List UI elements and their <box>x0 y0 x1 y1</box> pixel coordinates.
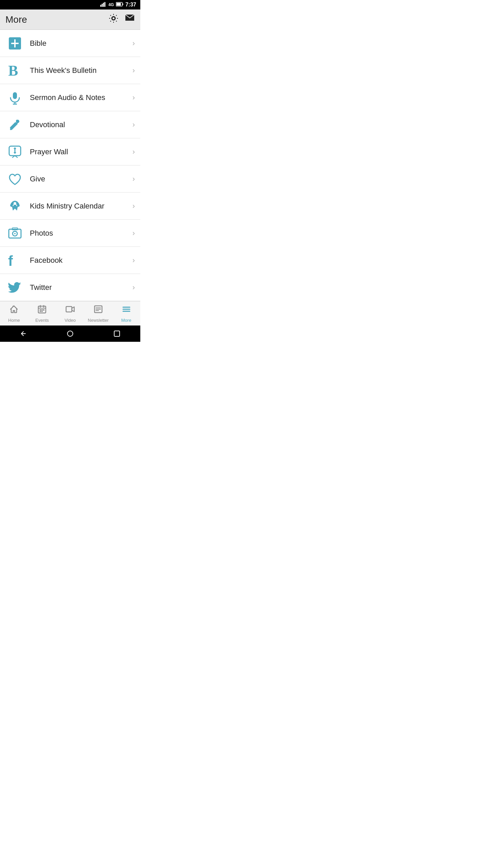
nav-item-home[interactable]: Home <box>0 301 28 326</box>
svg-rect-34 <box>40 309 41 311</box>
svg-rect-2 <box>103 3 104 7</box>
events-icon <box>37 304 47 316</box>
facebook-label: Facebook <box>30 256 133 265</box>
newsletter-icon <box>94 304 103 316</box>
menu-item-bible[interactable]: Bible › <box>0 30 140 57</box>
svg-rect-3 <box>104 2 105 7</box>
more-nav-label: More <box>121 318 131 323</box>
twitter-label: Twitter <box>30 283 133 292</box>
bulletin-icon-wrap: B <box>5 61 24 80</box>
svg-rect-36 <box>43 309 44 311</box>
photos-chevron: › <box>133 229 135 238</box>
twitter-chevron: › <box>133 283 135 292</box>
menu-item-kids[interactable]: Kids Ministry Calendar › <box>0 193 140 220</box>
svg-rect-13 <box>13 92 17 99</box>
prayer-chevron: › <box>133 147 135 156</box>
svg-rect-1 <box>102 4 103 7</box>
status-bar: 4G 7:37 <box>0 0 140 9</box>
home-icon <box>9 304 19 316</box>
svg-rect-6 <box>122 3 123 5</box>
signal-indicator <box>100 2 106 8</box>
give-label: Give <box>30 175 133 183</box>
twitter-icon-wrap <box>5 278 24 297</box>
kids-label: Kids Ministry Calendar <box>30 202 133 211</box>
svg-text:f: f <box>8 253 13 268</box>
give-icon-wrap <box>5 170 24 189</box>
recents-button[interactable] <box>111 328 123 340</box>
photos-label: Photos <box>30 229 133 238</box>
svg-rect-48 <box>114 331 120 336</box>
menu-item-devotional[interactable]: Devotional › <box>0 111 140 138</box>
kids-icon-wrap <box>5 197 24 216</box>
menu-item-prayer[interactable]: Prayer Wall › <box>0 138 140 165</box>
kids-chevron: › <box>133 202 135 211</box>
menu-list: Bible › B This Week's Bulletin › Sermon … <box>0 30 140 301</box>
newsletter-nav-label: Newsletter <box>88 318 108 323</box>
devotional-icon-wrap <box>5 115 24 134</box>
svg-point-7 <box>112 17 115 20</box>
nav-item-newsletter[interactable]: Newsletter <box>84 301 112 326</box>
menu-item-sermon[interactable]: Sermon Audio & Notes › <box>0 84 140 111</box>
svg-rect-0 <box>100 5 101 7</box>
more-icon <box>122 304 131 316</box>
bulletin-chevron: › <box>133 66 135 75</box>
bible-label: Bible <box>30 39 133 48</box>
sermon-icon-wrap <box>5 88 24 107</box>
svg-rect-38 <box>41 311 43 312</box>
menu-item-facebook[interactable]: f Facebook › <box>0 247 140 274</box>
svg-point-47 <box>67 331 73 336</box>
time-display: 7:37 <box>125 2 136 8</box>
photos-icon-wrap <box>5 224 24 243</box>
menu-item-photos[interactable]: Photos › <box>0 220 140 247</box>
bulletin-label: This Week's Bulletin <box>30 66 133 75</box>
svg-point-27 <box>14 233 16 234</box>
header-actions <box>108 13 135 26</box>
network-type: 4G <box>108 2 114 7</box>
give-chevron: › <box>133 175 135 183</box>
battery-icon <box>116 2 123 7</box>
events-nav-label: Events <box>35 318 49 323</box>
facebook-icon-wrap: f <box>5 251 24 270</box>
video-icon <box>65 304 75 316</box>
nav-item-more[interactable]: More <box>112 301 140 326</box>
settings-icon[interactable] <box>108 13 119 26</box>
prayer-icon-wrap <box>5 142 24 161</box>
sermon-label: Sermon Audio & Notes <box>30 93 133 102</box>
bottom-nav: Home Events Video <box>0 301 140 326</box>
sermon-chevron: › <box>133 93 135 102</box>
android-nav-bar <box>0 326 140 342</box>
svg-text:B: B <box>8 62 18 79</box>
messages-icon[interactable] <box>125 14 135 25</box>
back-button[interactable] <box>17 328 29 340</box>
svg-rect-39 <box>66 307 72 312</box>
devotional-chevron: › <box>133 120 135 129</box>
menu-item-twitter[interactable]: Twitter › <box>0 274 140 301</box>
bible-icon-wrap <box>5 34 24 53</box>
devotional-label: Devotional <box>30 120 133 129</box>
video-nav-label: Video <box>64 318 76 323</box>
svg-rect-35 <box>41 309 43 311</box>
home-nav-label: Home <box>8 318 20 323</box>
page-header: More <box>0 9 140 30</box>
page-title: More <box>5 14 27 25</box>
svg-rect-5 <box>116 3 121 6</box>
facebook-chevron: › <box>133 256 135 265</box>
svg-rect-11 <box>11 43 19 44</box>
prayer-label: Prayer Wall <box>30 147 133 156</box>
svg-rect-37 <box>40 311 41 312</box>
bible-chevron: › <box>133 39 135 48</box>
nav-item-events[interactable]: Events <box>28 301 56 326</box>
home-button[interactable] <box>64 328 76 340</box>
menu-item-give[interactable]: Give › <box>0 165 140 193</box>
menu-item-bulletin[interactable]: B This Week's Bulletin › <box>0 57 140 84</box>
nav-item-video[interactable]: Video <box>56 301 84 326</box>
